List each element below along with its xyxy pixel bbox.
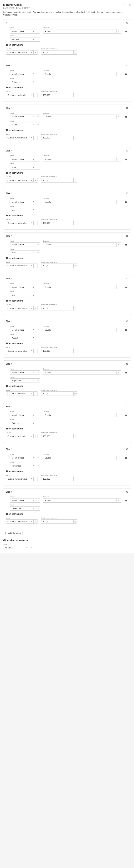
value-field-input[interactable]: Month of Year ✕ xyxy=(10,115,40,119)
gear-icon[interactable] xyxy=(124,29,128,34)
chevron-down-icon[interactable] xyxy=(117,456,121,460)
drag-handle-icon[interactable]: ⋮⋮ xyxy=(6,285,7,288)
numeric-value-input[interactable]: 100,000 ▲ ▼ xyxy=(41,434,77,438)
numeric-value-input[interactable]: 100,000 ▲ ▼ xyxy=(41,519,77,524)
value-month-input[interactable]: February ✕ xyxy=(10,80,40,84)
stepper-up-icon[interactable]: ▲ xyxy=(74,520,77,522)
gear-icon[interactable] xyxy=(124,243,128,247)
drag-handle-icon[interactable]: ⋮⋮ xyxy=(6,498,7,501)
stepper-up-icon[interactable]: ▲ xyxy=(74,178,77,181)
chevron-down-icon[interactable] xyxy=(36,208,40,212)
remove-condition-button[interactable]: ✕ xyxy=(126,21,128,25)
stepper-up-icon[interactable]: ▲ xyxy=(74,136,77,138)
otherwise-value-input[interactable]: No value ✕ xyxy=(3,546,33,550)
chevron-down-icon[interactable] xyxy=(36,72,40,76)
clear-icon[interactable]: ✕ xyxy=(32,285,36,289)
criterion-select[interactable]: Equals xyxy=(43,29,121,34)
clear-icon[interactable]: ✕ xyxy=(25,546,29,550)
stepper-down-icon[interactable]: ▼ xyxy=(74,138,77,140)
info-icon[interactable]: i xyxy=(31,7,33,9)
numeric-value-input[interactable]: 100,000 ▲ ▼ xyxy=(41,477,77,481)
drag-handle-icon[interactable]: ⋮⋮ xyxy=(6,72,7,75)
criterion-select[interactable]: Equals xyxy=(43,115,121,119)
remove-condition-button[interactable]: ✕ xyxy=(126,277,128,280)
clear-icon[interactable]: ✕ xyxy=(29,519,33,524)
drag-handle-icon[interactable]: ⋮⋮ xyxy=(6,371,7,373)
value-month-input[interactable]: October ✕ xyxy=(10,421,40,425)
criterion-select[interactable]: Equals xyxy=(43,456,121,460)
clear-icon[interactable]: ✕ xyxy=(32,456,36,460)
clear-icon[interactable]: ✕ xyxy=(32,328,36,332)
stepper-up-icon[interactable]: ▲ xyxy=(74,93,77,95)
chevron-down-icon[interactable] xyxy=(36,456,40,460)
remove-condition-button[interactable]: ✕ xyxy=(126,405,128,408)
chevron-down-icon[interactable] xyxy=(33,306,38,310)
criterion-select[interactable]: Equals xyxy=(43,243,121,247)
gear-icon[interactable] xyxy=(124,456,128,460)
clear-icon[interactable]: ✕ xyxy=(32,37,36,41)
clear-icon[interactable]: ✕ xyxy=(32,413,36,417)
gear-icon[interactable] xyxy=(124,115,128,119)
numeric-value-input[interactable]: 100,000 ▲ ▼ xyxy=(41,50,77,55)
numeric-value-input[interactable]: 100,000 ▲ ▼ xyxy=(41,93,77,97)
value-month-input[interactable]: June ✕ xyxy=(10,250,40,255)
remove-condition-button[interactable]: ✕ xyxy=(126,149,128,152)
stepper-up-icon[interactable]: ▲ xyxy=(74,434,77,436)
chevron-down-icon[interactable] xyxy=(36,421,40,425)
chevron-down-icon[interactable] xyxy=(33,392,38,396)
stepper-up-icon[interactable]: ▲ xyxy=(74,306,77,308)
value-month-input[interactable]: April ✕ xyxy=(10,165,40,169)
value-field-input[interactable]: Month of Year ✕ xyxy=(10,29,40,34)
value-field-input[interactable]: Month of Year ✕ xyxy=(10,72,40,76)
value-month-input[interactable]: January ✕ xyxy=(10,37,40,41)
stepper-up-icon[interactable]: ▲ xyxy=(74,51,77,53)
clear-icon[interactable]: ✕ xyxy=(32,72,36,76)
chevron-down-icon[interactable] xyxy=(33,221,38,225)
gear-icon[interactable] xyxy=(124,328,128,332)
clear-icon[interactable]: ✕ xyxy=(29,434,33,438)
then-value-type-input[interactable]: Custom numeric value ✕ xyxy=(6,306,38,310)
drag-handle-icon[interactable]: ⋮⋮ xyxy=(6,200,7,203)
stepper-down-icon[interactable]: ▼ xyxy=(74,308,77,310)
chevron-down-icon[interactable] xyxy=(36,498,40,503)
chevron-down-icon[interactable] xyxy=(36,464,40,468)
stepper-down-icon[interactable]: ▼ xyxy=(74,479,77,481)
chevron-down-icon[interactable] xyxy=(117,29,121,34)
drag-handle-icon[interactable]: ⋮⋮ xyxy=(6,243,7,246)
chevron-down-icon[interactable] xyxy=(36,115,40,119)
clear-icon[interactable]: ✕ xyxy=(32,421,36,425)
chevron-down-icon[interactable] xyxy=(36,293,40,298)
chevron-down-icon[interactable] xyxy=(36,336,40,340)
clear-icon[interactable]: ✕ xyxy=(29,221,33,225)
chevron-down-icon[interactable] xyxy=(33,135,38,140)
chevron-down-icon[interactable] xyxy=(117,200,121,204)
clear-icon[interactable]: ✕ xyxy=(32,378,36,383)
clear-icon[interactable]: ✕ xyxy=(32,165,36,169)
clear-icon[interactable]: ✕ xyxy=(29,93,33,97)
clear-icon[interactable]: ✕ xyxy=(32,243,36,247)
chevron-down-icon[interactable] xyxy=(33,264,38,268)
clear-icon[interactable]: ✕ xyxy=(29,135,33,140)
clear-icon[interactable]: ✕ xyxy=(32,464,36,468)
more-icon[interactable]: ⋯ xyxy=(118,3,122,7)
stepper-down-icon[interactable]: ▼ xyxy=(74,522,77,524)
gear-icon[interactable] xyxy=(124,200,128,204)
value-month-input[interactable]: July ✕ xyxy=(10,293,40,298)
clear-icon[interactable]: ✕ xyxy=(32,115,36,119)
value-field-input[interactable]: Month of Year ✕ xyxy=(10,498,40,503)
chevron-down-icon[interactable] xyxy=(36,506,40,510)
value-field-input[interactable]: Month of Year ✕ xyxy=(10,370,40,375)
criterion-select[interactable]: Equals xyxy=(43,413,121,417)
clear-icon[interactable]: ✕ xyxy=(32,200,36,204)
chevron-down-icon[interactable] xyxy=(33,519,38,524)
stepper-down-icon[interactable]: ▼ xyxy=(74,351,77,353)
then-value-type-input[interactable]: Custom numeric value ✕ xyxy=(6,178,38,183)
criterion-select[interactable]: Equals xyxy=(43,157,121,161)
value-field-input[interactable]: Month of Year ✕ xyxy=(10,200,40,204)
chevron-down-icon[interactable] xyxy=(36,243,40,247)
numeric-value-input[interactable]: 100,000 ▲ ▼ xyxy=(41,178,77,183)
criterion-select[interactable]: Equals xyxy=(43,328,121,332)
then-value-type-input[interactable]: Custom numeric value ✕ xyxy=(6,477,38,481)
criterion-select[interactable]: Equals xyxy=(43,498,121,503)
clear-icon[interactable]: ✕ xyxy=(29,50,33,55)
